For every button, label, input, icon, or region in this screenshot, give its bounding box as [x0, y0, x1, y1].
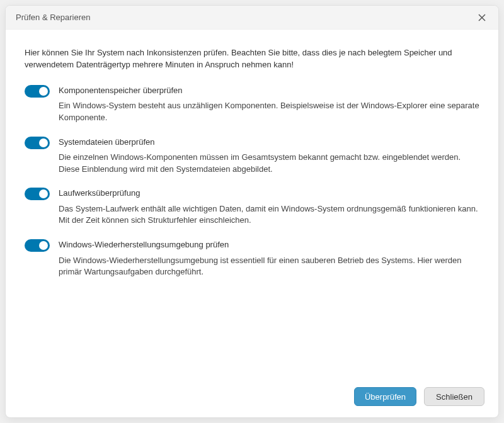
option-title: Laufwerksüberprüfung [59, 188, 479, 199]
close-icon [478, 14, 486, 21]
options-list: Komponentenspeicher überprüfen Ein Windo… [25, 85, 479, 279]
dialog-check-repair: Prüfen & Reparieren Hier können Sie Ihr … [5, 5, 499, 418]
close-dialog-button[interactable]: Schließen [424, 387, 484, 406]
toggle-recovery-env[interactable] [25, 239, 50, 252]
option-drive-check: Laufwerksüberprüfung Das System-Laufwerk… [25, 188, 479, 227]
option-text: Laufwerksüberprüfung Das System-Laufwerk… [59, 188, 479, 227]
toggle-component-store[interactable] [25, 85, 50, 98]
toggle-drive-check[interactable] [25, 188, 50, 200]
dialog-footer: Überprüfen Schließen [6, 380, 498, 417]
option-system-files: Systemdateien überprüfen Die einzelnen W… [25, 137, 479, 176]
option-title: Komponentenspeicher überprüfen [59, 85, 479, 96]
option-recovery-env: Windows-Wiederherstellungsumgebung prüfe… [25, 239, 479, 278]
option-title: Systemdateien überprüfen [59, 137, 479, 148]
option-text: Windows-Wiederherstellungsumgebung prüfe… [59, 239, 479, 278]
option-desc: Die einzelnen Windows-Komponenten müssen… [59, 152, 479, 176]
close-button[interactable] [473, 9, 491, 26]
option-component-store: Komponentenspeicher überprüfen Ein Windo… [25, 85, 479, 124]
option-desc: Ein Windows-System besteht aus unzählige… [59, 100, 479, 124]
toggle-system-files[interactable] [25, 137, 50, 149]
titlebar: Prüfen & Reparieren [6, 6, 498, 30]
option-title: Windows-Wiederherstellungsumgebung prüfe… [59, 239, 479, 251]
option-desc: Das System-Laufwerk enthält alle wichtig… [59, 203, 479, 227]
dialog-content: Hier können Sie Ihr System nach Inkonsis… [6, 30, 498, 380]
dialog-title: Prüfen & Reparieren [16, 13, 91, 22]
check-button[interactable]: Überprüfen [354, 387, 416, 406]
option-text: Systemdateien überprüfen Die einzelnen W… [59, 137, 479, 176]
option-desc: Die Windows-Wiederherstellungsumgebung i… [59, 255, 479, 279]
option-text: Komponentenspeicher überprüfen Ein Windo… [59, 85, 479, 124]
intro-text: Hier können Sie Ihr System nach Inkonsis… [25, 47, 479, 71]
